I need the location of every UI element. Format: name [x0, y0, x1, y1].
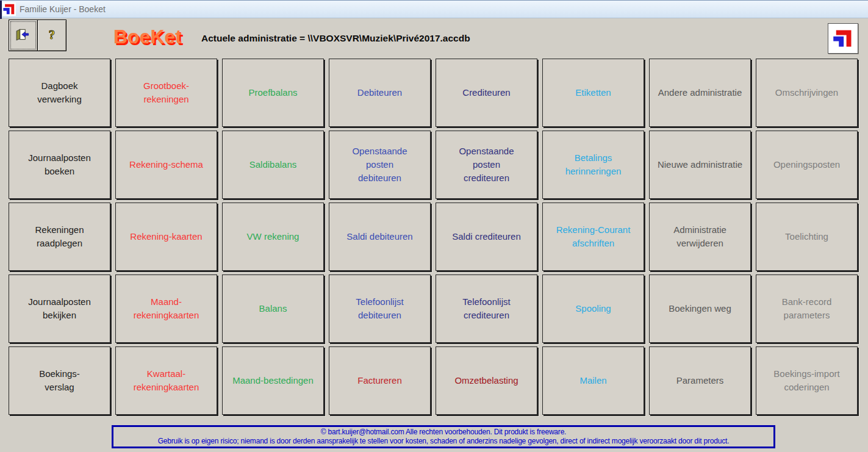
boeket-logo-icon: [832, 27, 854, 49]
grid-button-debiteuren[interactable]: Debiteuren: [329, 59, 431, 127]
boeket-logo-icon: [2, 2, 16, 16]
grid-button-boekingen-weg[interactable]: Boekingen weg: [649, 274, 751, 343]
grid-button-rekening-kaarten[interactable]: Rekening-kaarten: [115, 203, 217, 271]
header: ? BoeKet Actuele administratie = \\VBOXS…: [0, 18, 868, 59]
toolbar: ?: [9, 20, 66, 51]
admin-path-label: Actuele administratie = \\VBOXSVR\Muziek…: [201, 33, 470, 44]
titlebar: Familie Kuijer - Boeket: [0, 0, 868, 18]
grid-button-maand-bestedingen[interactable]: Maand-bestedingen: [222, 346, 324, 415]
grid-button-openingsposten[interactable]: Openingsposten: [756, 131, 858, 199]
grid-button-rekening-courant-afschriften[interactable]: Rekening-Courant afschriften: [542, 203, 644, 271]
question-mark-icon: ?: [45, 27, 59, 44]
grid-button-crediteuren[interactable]: Crediteuren: [436, 59, 537, 127]
grid-button-telefoonlijst-debiteuren[interactable]: Telefoonlijst debiteuren: [329, 274, 431, 343]
grid-button-boekings-import-coderingen[interactable]: Boekings-import coderingen: [756, 346, 858, 415]
grid-button-administratie-verwijderen[interactable]: Administratie verwijderen: [649, 203, 751, 271]
grid-button-rekening-schema[interactable]: Rekening-schema: [115, 131, 217, 199]
grid-button-mailen[interactable]: Mailen: [542, 346, 644, 415]
window-title: Familie Kuijer - Boeket: [20, 4, 106, 14]
app-logo-button[interactable]: [828, 23, 858, 54]
footer-line2: Gebruik is op eigen risico; niemand is d…: [158, 437, 730, 446]
svg-text:?: ?: [49, 27, 55, 41]
grid-button-journaalposten-bekijken[interactable]: Journaalposten bekijken: [9, 274, 110, 343]
grid-button-etiketten[interactable]: Etiketten: [542, 59, 644, 127]
grid-button-bank-record-parameters[interactable]: Bank-record parameters: [756, 274, 858, 343]
footer-disclaimer: © bart.kuijer@hotmail.com Alle rechten v…: [112, 425, 775, 448]
grid-button-openstaande-posten-debiteuren[interactable]: Openstaande posten debiteuren: [329, 131, 431, 199]
grid-button-journaalposten-boeken[interactable]: Journaalposten boeken: [9, 131, 110, 199]
grid-button-vw-rekening[interactable]: VW rekening: [222, 203, 324, 271]
footer-line1: © bart.kuijer@hotmail.com Alle rechten v…: [321, 428, 567, 437]
boeket-logo: BoeKet: [113, 26, 182, 48]
grid-button-boekings-verslag[interactable]: Boekings- verslag: [9, 346, 110, 415]
grid-button-saldi-debiteuren[interactable]: Saldi debiteuren: [329, 203, 431, 271]
grid-button-dagboek-verwerking[interactable]: Dagboek verwerking: [9, 59, 110, 127]
grid-button-proefbalans[interactable]: Proefbalans: [222, 59, 324, 127]
grid-button-andere-administratie[interactable]: Andere administratie: [649, 59, 751, 127]
grid-button-rekeningen-raadplegen[interactable]: Rekeningen raadplegen: [9, 203, 110, 271]
grid-button-openstaande-posten-crediteuren[interactable]: Openstaande posten crediteuren: [436, 131, 537, 199]
grid-button-grootboek-rekeningen[interactable]: Grootboek- rekeningen: [115, 59, 217, 127]
grid-button-telefoonlijst-crediteuren[interactable]: Telefoonlijst crediteuren: [436, 274, 537, 343]
grid-button-saldibalans[interactable]: Saldibalans: [222, 131, 324, 199]
grid-button-kwartaal-rekeningkaarten[interactable]: Kwartaal- rekeningkaarten: [115, 346, 217, 415]
grid-button-betalings-herinneringen[interactable]: Betalings herinneringen: [542, 131, 644, 199]
exit-button[interactable]: [9, 20, 38, 51]
grid-button-nieuwe-administratie[interactable]: Nieuwe administratie: [649, 131, 751, 199]
grid-button-spooling[interactable]: Spooling: [542, 274, 644, 343]
grid-button-balans[interactable]: Balans: [222, 274, 324, 343]
exit-door-icon: [15, 29, 31, 43]
grid-button-toelichting[interactable]: Toelichting: [756, 203, 858, 271]
window-border: [0, 1, 2, 19]
grid-button-parameters[interactable]: Parameters: [649, 346, 751, 415]
grid-button-factureren[interactable]: Factureren: [329, 346, 431, 415]
grid-button-saldi-crediteuren[interactable]: Saldi crediteuren: [436, 203, 537, 271]
grid-button-omzetbelasting[interactable]: Omzetbelasting: [436, 346, 537, 415]
help-button[interactable]: ?: [37, 20, 66, 51]
button-grid: Dagboek verwerkingGrootboek- rekeningenP…: [9, 59, 858, 415]
grid-button-maand-rekeningkaarten[interactable]: Maand- rekeningkaarten: [115, 274, 217, 343]
grid-button-omschrijvingen[interactable]: Omschrijvingen: [756, 59, 858, 127]
